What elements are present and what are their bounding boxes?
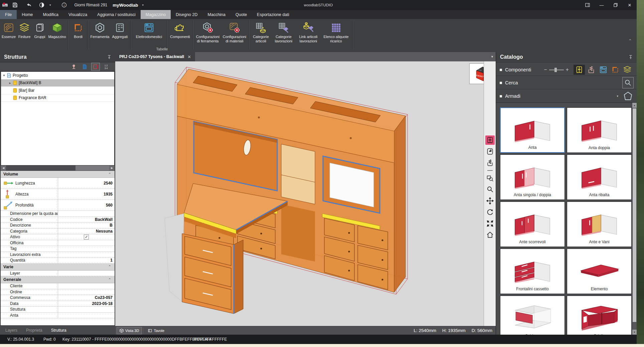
scroll-down-icon[interactable]: ▼ bbox=[632, 330, 637, 335]
tab-aggiorna-sostituisci[interactable]: Aggiorna / sostituisci bbox=[92, 10, 141, 19]
tree-row-backwall[interactable]: ▸ [BackWall] B bbox=[1, 79, 114, 87]
property-value[interactable]: Nessuna bbox=[58, 229, 115, 234]
tree-horizontal-scrollbar[interactable]: ◀ ▶ bbox=[1, 165, 115, 170]
catalog-item-griglia[interactable]: Griglia bbox=[567, 296, 632, 335]
dock-window-icon[interactable] bbox=[581, 0, 595, 10]
thumbnail-size-slider[interactable]: − + bbox=[544, 67, 569, 73]
catalog-item-schiena[interactable]: Schiena bbox=[500, 296, 565, 335]
tab-home[interactable]: Home bbox=[17, 10, 38, 19]
tab-tavole[interactable]: Tavole bbox=[145, 327, 167, 334]
filter-appliances-icon[interactable] bbox=[598, 65, 609, 75]
ribbon-collapse-icon[interactable]: ⌃ bbox=[628, 38, 632, 43]
link-articoli-lavorazioni-button[interactable]: Link articoli lavorazioni bbox=[296, 20, 321, 43]
document-tab[interactable]: PRJ Co23-057 Tysons - Backwall ✕ bbox=[115, 52, 195, 61]
chevron-down-icon[interactable]: ▾ bbox=[617, 94, 618, 98]
aggregati-button[interactable]: Aggregati bbox=[110, 20, 130, 39]
tab-struttura[interactable]: Struttura bbox=[51, 328, 66, 333]
chevron-right-icon[interactable]: ▸ bbox=[8, 81, 12, 85]
scrollbar-thumb[interactable] bbox=[633, 108, 636, 322]
undo-icon[interactable] bbox=[24, 0, 34, 10]
slider-plus-icon[interactable]: + bbox=[566, 67, 569, 73]
3d-canvas[interactable]: TOP FRONT RIGHT bbox=[115, 61, 496, 326]
catalog-section-cerca[interactable]: Cerca bbox=[496, 76, 637, 89]
configurazioni-ferramenta-button[interactable]: Configurazioni di ferramenta bbox=[194, 20, 221, 43]
property-value[interactable]: Co23-057 bbox=[58, 295, 115, 300]
tab-esportazione-dati[interactable]: Esportazione dati bbox=[252, 10, 294, 19]
section-generale[interactable]: Generale⌃ bbox=[1, 276, 115, 283]
box-view-icon[interactable] bbox=[91, 63, 100, 71]
pin-icon[interactable] bbox=[107, 55, 111, 59]
pan-icon[interactable] bbox=[485, 196, 495, 206]
search-button[interactable] bbox=[622, 77, 634, 88]
tab-overflow-icon[interactable]: ▼ bbox=[491, 55, 494, 58]
scroll-right-icon[interactable]: ▶ bbox=[109, 165, 115, 170]
categorie-articoli-button[interactable]: Categorie articoli bbox=[251, 20, 271, 43]
minimize-button[interactable]: — bbox=[595, 0, 609, 10]
maximize-button[interactable] bbox=[609, 0, 623, 10]
theme-toggle-icon[interactable] bbox=[37, 0, 47, 10]
elettrodomestici-button[interactable]: Elettrodomestici bbox=[132, 20, 166, 39]
collapse-icon[interactable]: ⌃ bbox=[108, 278, 111, 282]
section-volume[interactable]: Volume⌃ bbox=[1, 171, 115, 178]
tree-row-bar[interactable]: [Bar] Bar bbox=[1, 87, 114, 94]
catalog-item-ante-e-vani[interactable]: Ante e Vani bbox=[567, 202, 632, 247]
pin-icon[interactable] bbox=[629, 55, 633, 59]
catalog-item-elemento[interactable]: Elemento bbox=[567, 249, 632, 294]
property-value[interactable]: 2540 bbox=[58, 181, 115, 186]
scroll-left-icon[interactable]: ◀ bbox=[1, 165, 6, 170]
finiture-button[interactable]: Finiture bbox=[17, 20, 32, 39]
attivo-checkbox[interactable]: ✓ bbox=[84, 235, 89, 240]
save-icon[interactable] bbox=[10, 0, 20, 10]
app-dropdown-caret[interactable]: ▾ bbox=[142, 3, 144, 7]
tab-vista-3d[interactable]: Vista 3D bbox=[117, 327, 142, 334]
filter-edges-icon[interactable] bbox=[610, 65, 621, 75]
property-value[interactable]: 1 bbox=[58, 258, 115, 263]
tree-row-progetto[interactable]: ▾ Progetto bbox=[1, 72, 114, 79]
section-varie[interactable]: Varie⌃ bbox=[1, 264, 115, 271]
tab-disegno-2d[interactable]: Disegno 2D bbox=[171, 10, 202, 19]
property-value[interactable]: 560 bbox=[58, 203, 115, 208]
catalog-section-armadi[interactable]: Armadi ▾ bbox=[496, 89, 637, 103]
document-view-icon[interactable] bbox=[80, 63, 89, 70]
chevron-down-icon[interactable]: ▾ bbox=[2, 73, 6, 77]
catalog-item-anta-doppia[interactable]: Anta doppia bbox=[567, 107, 632, 153]
tab-quote[interactable]: Quote bbox=[230, 10, 252, 19]
tab-macchina[interactable]: Macchina bbox=[203, 10, 231, 19]
info-icon[interactable]: i bbox=[59, 0, 69, 10]
rotate-icon[interactable] bbox=[485, 208, 495, 217]
close-tab-icon[interactable]: ✕ bbox=[187, 54, 191, 59]
home-view-icon[interactable] bbox=[485, 230, 495, 240]
gruppi-button[interactable]: ≈ Gruppi bbox=[32, 20, 47, 39]
zoom-icon[interactable] bbox=[485, 185, 495, 194]
scroll-up-icon[interactable]: ▲ bbox=[632, 103, 637, 108]
essenze-button[interactable]: Essenze bbox=[1, 20, 17, 39]
collapse-icon[interactable]: ⌃ bbox=[108, 265, 111, 269]
filter-cabinets-icon[interactable] bbox=[574, 65, 585, 75]
panel-tool-icon[interactable] bbox=[485, 147, 495, 156]
theme-dropdown-caret[interactable]: ▾ bbox=[49, 3, 51, 7]
tab-visualizza[interactable]: Visualizza bbox=[63, 10, 92, 19]
ferramenta-button[interactable]: Ferramenta bbox=[90, 20, 110, 39]
property-value[interactable]: BackWall bbox=[58, 217, 115, 222]
slider-thumb[interactable] bbox=[554, 68, 557, 72]
category-home-icon[interactable] bbox=[623, 91, 633, 101]
elenco-aliquote-ricarico-button[interactable]: Elenco aliquote ricarico bbox=[321, 20, 351, 43]
tab-layers[interactable]: Layers bbox=[5, 328, 17, 333]
tab-proprieta[interactable]: Proprietà bbox=[26, 328, 42, 333]
zoom-fit-icon[interactable] bbox=[485, 219, 495, 228]
slider-track[interactable] bbox=[549, 69, 564, 70]
tab-magazzino[interactable]: Magazzino bbox=[141, 10, 171, 19]
componenti-button[interactable]: Componenti bbox=[168, 20, 192, 39]
pin-object-icon[interactable] bbox=[70, 63, 78, 70]
catalog-item-frontalini-cassetto[interactable]: Frontalini cassetto bbox=[500, 249, 565, 294]
catalog-item-anta-ribalta[interactable]: Anta ribalta bbox=[567, 154, 632, 200]
categorie-lavorazioni-button[interactable]: Categorie lavorazioni bbox=[271, 20, 296, 43]
configurazioni-materiali-button[interactable]: Configurazioni di materiali bbox=[221, 20, 248, 43]
bordi-button[interactable]: Bordi bbox=[69, 20, 87, 39]
catalog-section-componenti[interactable]: Componenti − + bbox=[496, 63, 637, 76]
catalog-item-anta-singola-doppia[interactable]: Anta singola / doppia bbox=[500, 154, 565, 200]
property-value[interactable]: 1935 bbox=[58, 192, 115, 197]
magazzino-button[interactable]: Magazzino bbox=[47, 20, 67, 39]
tree-row-fragrance-bar[interactable]: Fragrance BAR bbox=[1, 94, 114, 102]
close-button[interactable]: ✕ bbox=[623, 0, 637, 10]
